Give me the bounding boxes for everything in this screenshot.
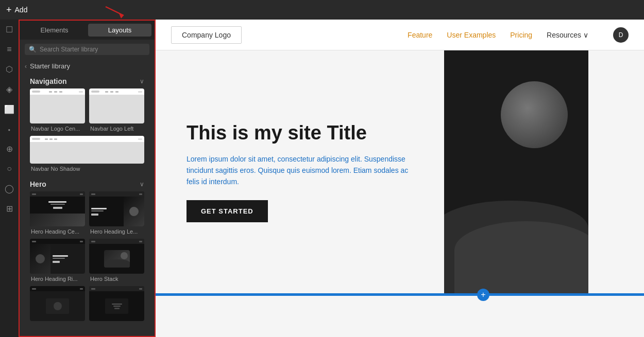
- hero-section: Hero ∨: [25, 176, 149, 327]
- hero-heading-right-label: Hero Heading Ri...: [30, 276, 85, 282]
- sidebar-panel: Elements Layouts 🔍 ‹ Starter library Nav…: [19, 20, 156, 337]
- cube-icon[interactable]: ⬡: [6, 64, 13, 74]
- breadcrumb-label: Starter library: [30, 62, 70, 70]
- navbar-logo-center-label: Navbar Logo Cen...: [30, 126, 85, 132]
- search-input[interactable]: [40, 46, 145, 53]
- hero-image-wave2: [454, 221, 588, 293]
- hero-description: Lorem ipsum dolor sit amet, consectetur …: [187, 153, 413, 188]
- add-section-plus-button[interactable]: +: [477, 289, 489, 301]
- image-icon[interactable]: ⬜: [4, 104, 14, 114]
- resources-label: Resources: [547, 31, 581, 39]
- database-icon[interactable]: ⬩: [7, 125, 12, 134]
- hero-heading-center-label: Hero Heading Ce...: [30, 228, 85, 235]
- search-icon: 🔍: [29, 46, 37, 53]
- hero-heading-center-thumb: [30, 191, 85, 226]
- hero-extra1-thumb: [30, 286, 85, 321]
- hero-cta-button[interactable]: GET STARTED: [187, 200, 268, 222]
- hero-heading-right-thumb: [30, 239, 85, 274]
- cart-icon[interactable]: ◯: [5, 184, 14, 193]
- page-icon[interactable]: ☐: [6, 25, 13, 34]
- hero-extra1-card[interactable]: [30, 286, 85, 323]
- preview-nav-links: Feature User Examples Pricing Resources …: [408, 27, 629, 43]
- hero-heading-right-card[interactable]: Hero Heading Ri...: [30, 239, 85, 282]
- canvas-area: Company Logo Feature User Examples Prici…: [156, 20, 644, 337]
- navigation-card-grid: Navbar Logo Cen...: [30, 88, 144, 136]
- preview-hero: This is my site Title Lorem ipsum dolor …: [156, 50, 644, 293]
- resources-chevron-icon: ∨: [583, 31, 588, 39]
- sidebar-tabs: Elements Layouts: [20, 21, 155, 40]
- preview-navbar: Company Logo Feature User Examples Prici…: [156, 20, 644, 50]
- nav-link-feature[interactable]: Feature: [408, 31, 432, 39]
- layers-icon[interactable]: ≡: [7, 45, 11, 54]
- hero-heading-center-card[interactable]: Hero Heading Ce...: [30, 191, 85, 235]
- hero-stack-thumb: [89, 239, 144, 274]
- navbar-logo-left-thumb: [89, 88, 144, 123]
- main-layout: ☐ ≡ ⬡ ◈ ⬜ ⬩ ⊕ ○ ◯ ⊞ Elements Layouts 🔍 ‹…: [0, 20, 644, 337]
- navbar-noshadow-thumb: [30, 136, 144, 164]
- nav-link-user-examples[interactable]: User Examples: [447, 31, 496, 39]
- hero-stack-card[interactable]: Hero Stack: [89, 239, 144, 282]
- hero-title: This is my site Title: [187, 121, 413, 145]
- navigation-section-header[interactable]: Navigation ∨: [30, 73, 144, 88]
- hero-extra2-card[interactable]: [89, 286, 144, 323]
- add-button[interactable]: + Add: [6, 5, 27, 15]
- add-label: Add: [15, 6, 28, 14]
- nav-link-pricing[interactable]: Pricing: [510, 31, 532, 39]
- hero-image-circle: [501, 81, 568, 148]
- search-input-wrap: 🔍: [25, 44, 149, 55]
- hero-chevron-icon: ∨: [140, 181, 144, 188]
- grid-icon[interactable]: ⊞: [6, 204, 13, 214]
- hero-content: This is my site Title Lorem ipsum dolor …: [156, 50, 444, 293]
- navbar-logo-left-label: Navbar Logo Left: [89, 126, 144, 132]
- navbar-noshadow-card[interactable]: Navbar No Shadow: [30, 136, 144, 172]
- navigation-section: Navigation ∨: [25, 73, 149, 172]
- hero-section-title: Hero: [30, 180, 46, 188]
- navbar-noshadow-label: Navbar No Shadow: [30, 166, 144, 172]
- hero-extra2-thumb: [89, 286, 144, 321]
- navigation-section-title: Navigation: [30, 77, 67, 85]
- navbar-logo-center-thumb: [30, 88, 85, 123]
- navbar-logo-left-card[interactable]: Navbar Logo Left: [89, 88, 144, 132]
- sidebar-breadcrumb[interactable]: ‹ Starter library: [20, 59, 155, 73]
- icon-bar: ☐ ≡ ⬡ ◈ ⬜ ⬩ ⊕ ○ ◯ ⊞: [0, 20, 19, 337]
- sidebar-search-container: 🔍: [20, 40, 155, 59]
- hero-image: [444, 50, 588, 293]
- hero-card-grid: Hero Heading Ce...: [30, 191, 144, 327]
- palette-icon[interactable]: ◈: [6, 84, 12, 94]
- navbar-logo-center-card[interactable]: Navbar Logo Cen...: [30, 88, 85, 132]
- tab-layouts[interactable]: Layouts: [88, 24, 151, 37]
- sidebar-scroll-area: Navigation ∨: [20, 73, 155, 336]
- company-logo: Company Logo: [171, 26, 242, 44]
- plus-icon: +: [6, 5, 12, 15]
- hero-heading-left-card[interactable]: Hero Heading Le...: [89, 191, 144, 235]
- back-chevron-icon: ‹: [25, 63, 27, 70]
- nodes-icon[interactable]: ⊕: [6, 144, 13, 154]
- hero-section-header[interactable]: Hero ∨: [30, 176, 144, 191]
- add-section-bar: +: [156, 293, 644, 296]
- person-icon[interactable]: ○: [7, 164, 12, 173]
- nav-link-resources[interactable]: Resources ∨: [547, 31, 588, 39]
- tab-elements[interactable]: Elements: [23, 24, 86, 37]
- preview-bottom: [156, 296, 644, 337]
- top-bar: + Add: [0, 0, 644, 20]
- hero-stack-label: Hero Stack: [89, 276, 144, 282]
- user-avatar[interactable]: D: [613, 27, 629, 43]
- hero-heading-left-label: Hero Heading Le...: [89, 228, 144, 235]
- hero-heading-left-thumb: [89, 191, 144, 226]
- navigation-chevron-icon: ∨: [140, 78, 144, 85]
